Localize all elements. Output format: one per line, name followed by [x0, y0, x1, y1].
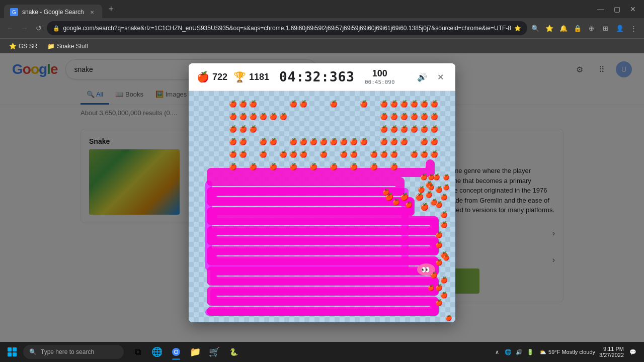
tray-network[interactable]: 🌐 [503, 347, 513, 357]
svg-text:🍎: 🍎 [229, 112, 237, 121]
tray-chevron[interactable]: ∧ [492, 347, 502, 357]
chrome-icon [171, 347, 181, 357]
svg-text:🍎: 🍎 [440, 221, 448, 228]
extension-icon-3[interactable]: 🔔 [557, 22, 570, 34]
active-tab[interactable]: G snake - Google Search ✕ [4, 5, 102, 20]
extension-icon-1[interactable]: 🔍 [529, 22, 541, 34]
svg-text:🍎: 🍎 [420, 125, 429, 133]
svg-text:🍎: 🍎 [269, 162, 278, 171]
taskbar-chrome[interactable] [167, 343, 185, 361]
minimize-button[interactable]: — [594, 2, 608, 16]
taskbar-edge[interactable]: 🌐 [148, 343, 166, 361]
forward-button[interactable]: → [18, 21, 30, 35]
svg-text:🍎: 🍎 [405, 201, 413, 208]
svg-text:🍎: 🍎 [410, 125, 419, 133]
svg-text:🍎: 🍎 [319, 150, 328, 158]
bookmark-gs-sr-label: GS SR [19, 43, 37, 50]
svg-text:🍎: 🍎 [330, 162, 338, 171]
svg-text:🍎: 🍎 [289, 137, 298, 146]
svg-text:🍎: 🍎 [380, 112, 388, 121]
svg-text:🍎: 🍎 [382, 188, 390, 196]
svg-text:🍎: 🍎 [443, 173, 450, 180]
svg-text:🍎: 🍎 [410, 150, 419, 158]
extension-icon-2[interactable]: ⭐ [543, 22, 555, 34]
notification-icon[interactable]: 💬 [628, 347, 638, 357]
svg-text:🍎: 🍎 [435, 231, 443, 238]
svg-text:🍎: 🍎 [430, 100, 439, 108]
svg-text:🍎: 🍎 [390, 100, 398, 108]
game-board[interactable]: 👀 🍎 🍎 🍎 🍎 🍎 🍎 🍎 🍎 🍎 🍎 🍎 🍎 🍎 🍎 [189, 91, 455, 322]
svg-text:🍎: 🍎 [435, 284, 443, 291]
browser-chrome: G snake - Google Search ✕ + — ▢ ✕ ← → ↺ … [0, 0, 644, 53]
clock-display: 9:11 PM 3/27/2022 [599, 346, 624, 358]
main-content: Google snake ✕ | 🔍 ⚙ ⠿ U 🔍 All 📖 Books 🖼… [0, 53, 644, 342]
extension-icon-5[interactable]: ⊕ [586, 22, 598, 34]
taskbar-search-box[interactable]: 🔍 Type here to search [23, 345, 124, 359]
extension-icon-4[interactable]: 🔒 [572, 22, 584, 34]
tray-battery[interactable]: 🔋 [525, 347, 535, 357]
menu-button[interactable]: ⋮ [628, 22, 640, 34]
extension-icon-7[interactable]: 👤 [614, 22, 626, 34]
tray-sound[interactable]: 🔊 [514, 347, 524, 357]
extension-icon-6[interactable]: ⊞ [600, 22, 612, 34]
nav-bar: ← → ↺ 🔒 google.com/search?q=snake&rlz=1C… [0, 18, 644, 38]
taskbar-apps: ⧉ 🌐 📁 🛒 🐍 [129, 343, 243, 361]
trophy-score: 🏆 1181 [233, 71, 269, 83]
svg-text:🍎: 🍎 [428, 173, 435, 180]
svg-text:🍎: 🍎 [415, 193, 424, 201]
sound-button[interactable]: 🔊 [415, 70, 429, 84]
svg-text:🍎: 🍎 [392, 198, 400, 206]
svg-text:🍎: 🍎 [430, 271, 438, 279]
maximize-button[interactable]: ▢ [610, 2, 624, 16]
bookmark-gs-sr[interactable]: ⭐ GS SR [6, 42, 40, 51]
svg-text:🍎: 🍎 [435, 258, 443, 266]
svg-text:🍎: 🍎 [400, 137, 409, 146]
svg-text:🍎: 🍎 [269, 137, 278, 146]
svg-text:🍎: 🍎 [380, 150, 388, 158]
address-bar[interactable]: 🔒 google.com/search?q=snake&rlz=1C1CHZN_… [47, 21, 527, 35]
game-close-button[interactable]: ✕ [433, 70, 447, 84]
svg-text:🍎: 🍎 [360, 100, 368, 108]
date-display: 3/27/2022 [599, 352, 624, 358]
svg-text:🍎: 🍎 [239, 150, 248, 158]
taskbar-explorer[interactable]: 📁 [186, 343, 204, 361]
window-close-button[interactable]: ✕ [626, 2, 640, 16]
bookmark-snake-stuff-icon: 📁 [47, 43, 55, 50]
bookmark-bar: ⭐ GS SR 📁 Snake Stuff [0, 38, 644, 53]
back-button[interactable]: ← [4, 21, 16, 35]
svg-text:🍎: 🍎 [289, 150, 298, 158]
reload-button[interactable]: ↺ [33, 21, 45, 35]
svg-text:🍎: 🍎 [440, 211, 448, 218]
taskbar-task-view[interactable]: ⧉ [129, 343, 147, 361]
svg-text:🍎: 🍎 [445, 314, 452, 321]
svg-text:🍎: 🍎 [229, 162, 237, 171]
svg-text:🍎: 🍎 [443, 254, 450, 261]
svg-text:🍎: 🍎 [420, 150, 429, 158]
new-tab-button[interactable]: + [104, 2, 118, 16]
svg-text:🍎: 🍎 [229, 150, 237, 158]
tab-close-button[interactable]: ✕ [88, 8, 96, 16]
bookmark-snake-stuff[interactable]: 📁 Snake Stuff [44, 42, 91, 51]
weather-icon: ⛅ [539, 349, 546, 355]
game-canvas: 👀 🍎 🍎 🍎 🍎 🍎 🍎 🍎 🍎 🍎 🍎 🍎 🍎 🍎 🍎 [189, 91, 455, 322]
svg-text:🍎: 🍎 [430, 125, 439, 133]
svg-text:🍎: 🍎 [309, 137, 318, 146]
svg-text:🍎: 🍎 [249, 112, 258, 121]
svg-text:🍎: 🍎 [330, 100, 338, 108]
game-header-buttons: 🔊 ✕ [415, 70, 447, 84]
svg-text:🍎: 🍎 [390, 112, 398, 121]
svg-text:🍎: 🍎 [330, 137, 338, 146]
svg-text:🍎: 🍎 [340, 150, 348, 158]
svg-text:👀: 👀 [421, 265, 430, 274]
svg-text:🍎: 🍎 [400, 112, 409, 121]
start-button[interactable] [2, 343, 22, 361]
time-display: 9:11 PM [603, 346, 624, 352]
bookmark-snake-stuff-label: Snake Stuff [57, 43, 88, 50]
svg-text:🍎: 🍎 [370, 150, 378, 158]
taskbar-store[interactable]: 🛒 [205, 343, 223, 361]
svg-text:🍎: 🍎 [289, 100, 298, 108]
taskbar-snake[interactable]: 🐍 [224, 343, 243, 361]
svg-text:🍎: 🍎 [420, 137, 429, 146]
svg-text:🍎: 🍎 [360, 137, 368, 146]
svg-text:🍎: 🍎 [340, 137, 348, 146]
